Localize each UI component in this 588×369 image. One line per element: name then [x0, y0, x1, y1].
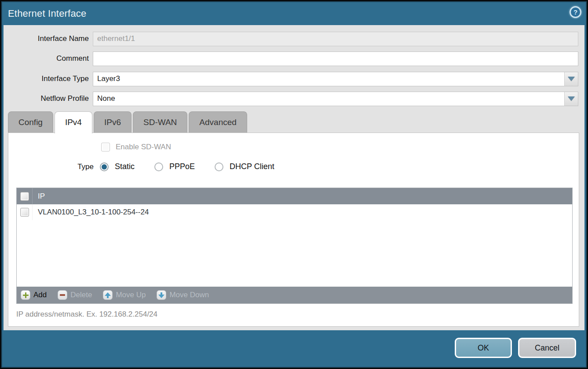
dialog-body: Interface Name Comment Interface Type La…: [4, 25, 584, 330]
interface-name-row: Interface Name: [4, 31, 578, 46]
netflow-profile-label: Netflow Profile: [4, 94, 89, 103]
netflow-profile-value: None: [93, 92, 564, 106]
ethernet-interface-dialog: Ethernet Interface ? Interface Name Comm…: [0, 0, 588, 369]
select-all-cell: [17, 188, 33, 204]
cancel-button[interactable]: Cancel: [518, 338, 576, 358]
move-up-button[interactable]: Move Up: [103, 290, 146, 300]
tab-advanced[interactable]: Advanced: [189, 111, 247, 133]
arrow-up-icon: [103, 290, 113, 300]
enable-sdwan-checkbox: [101, 143, 110, 151]
ip-table-header: IP: [17, 188, 572, 204]
table-row[interactable]: VLAN0100_L3_10-1-100-254--24: [17, 204, 572, 220]
arrow-down-icon: [157, 290, 166, 300]
netflow-profile-dropdown[interactable]: None: [93, 92, 578, 106]
tab-ipv6[interactable]: IPv6: [94, 111, 131, 133]
interface-name-input: [93, 32, 578, 46]
type-radio-group: Static PPPoE DHCP Client: [100, 162, 274, 171]
interface-type-row: Interface Type Layer3: [4, 71, 578, 86]
delete-button-label: Delete: [70, 291, 92, 299]
chevron-down-icon: [568, 77, 575, 81]
interface-name-label: Interface Name: [4, 34, 89, 43]
radio-static[interactable]: Static: [100, 162, 135, 171]
help-icon[interactable]: ?: [570, 6, 581, 18]
tab-strip: Config IPv4 IPv6 SD-WAN Advanced: [8, 111, 247, 133]
interface-type-dropdown[interactable]: Layer3: [93, 72, 578, 86]
comment-row: Comment: [4, 51, 578, 66]
chevron-down-icon: [568, 96, 575, 101]
radio-dhcp-client-label: DHCP Client: [230, 162, 274, 171]
type-row: Type Static PPPoE DHCP Client: [8, 162, 274, 171]
ip-format-hint: IP address/netmask. Ex. 192.168.2.254/24: [16, 310, 157, 319]
radio-dhcp-client-control[interactable]: [215, 162, 223, 171]
ip-table: IP VLAN0100_L3_10-1-100-254--24 Add: [16, 188, 573, 304]
radio-dhcp-client[interactable]: DHCP Client: [215, 162, 274, 171]
enable-sdwan-label: Enable SD-WAN: [116, 143, 171, 151]
minus-icon: [58, 290, 67, 300]
delete-button[interactable]: Delete: [58, 290, 92, 300]
move-down-button-label: Move Down: [169, 291, 209, 299]
interface-type-dropdown-button[interactable]: [564, 72, 578, 86]
move-down-button[interactable]: Move Down: [157, 290, 209, 300]
table-empty-area: [17, 220, 572, 287]
netflow-profile-dropdown-button[interactable]: [564, 92, 578, 106]
select-all-checkbox[interactable]: [20, 192, 29, 201]
dialog-titlebar: Ethernet Interface: [2, 2, 586, 25]
ok-button[interactable]: OK: [455, 338, 512, 358]
row-checkbox-cell: [17, 204, 33, 220]
move-up-button-label: Move Up: [116, 291, 146, 299]
dialog-title: Ethernet Interface: [2, 8, 86, 19]
type-label: Type: [8, 162, 94, 171]
comment-input[interactable]: [93, 52, 578, 66]
radio-static-control[interactable]: [100, 162, 109, 171]
interface-type-label: Interface Type: [4, 74, 89, 83]
table-toolbar: Add Delete Move Up Move Down: [17, 287, 572, 303]
interface-type-value: Layer3: [93, 72, 564, 86]
enable-sdwan-row: Enable SD-WAN: [101, 143, 171, 151]
radio-static-label: Static: [115, 162, 135, 171]
add-button[interactable]: Add: [21, 290, 47, 300]
ip-cell[interactable]: VLAN0100_L3_10-1-100-254--24: [33, 208, 149, 217]
radio-pppoe[interactable]: PPPoE: [154, 162, 195, 171]
comment-label: Comment: [4, 54, 89, 63]
radio-pppoe-label: PPPoE: [169, 162, 195, 171]
netflow-profile-row: Netflow Profile None: [4, 91, 578, 106]
ip-column-header: IP: [33, 192, 45, 201]
tab-ipv4[interactable]: IPv4: [55, 111, 92, 133]
plus-icon: [21, 290, 30, 300]
row-checkbox[interactable]: [20, 208, 29, 217]
tab-config[interactable]: Config: [8, 111, 53, 133]
ipv4-tab-panel: Enable SD-WAN Type Static PPPoE DHCP C: [8, 133, 579, 327]
radio-pppoe-control[interactable]: [154, 162, 163, 171]
add-button-label: Add: [33, 291, 47, 299]
tab-sdwan[interactable]: SD-WAN: [133, 111, 187, 133]
